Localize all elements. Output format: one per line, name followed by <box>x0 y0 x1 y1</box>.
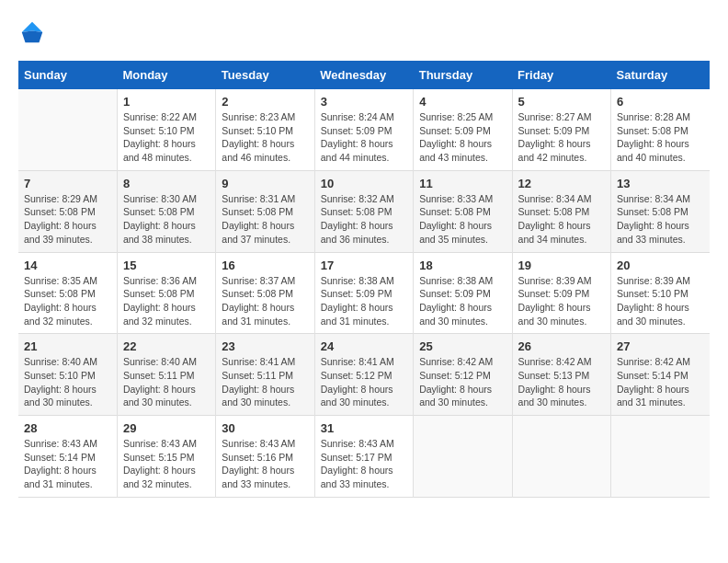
day-info: Sunrise: 8:43 AM Sunset: 5:17 PM Dayligh… <box>321 437 407 491</box>
calendar-week-row: 21Sunrise: 8:40 AM Sunset: 5:10 PM Dayli… <box>18 334 710 416</box>
day-info: Sunrise: 8:35 AM Sunset: 5:08 PM Dayligh… <box>24 274 111 328</box>
calendar-cell: 2Sunrise: 8:23 AM Sunset: 5:10 PM Daylig… <box>216 89 314 170</box>
day-number: 30 <box>222 421 308 435</box>
day-number: 4 <box>419 95 506 109</box>
day-info: Sunrise: 8:42 AM Sunset: 5:12 PM Dayligh… <box>419 355 506 409</box>
calendar-cell: 1Sunrise: 8:22 AM Sunset: 5:10 PM Daylig… <box>117 89 215 170</box>
day-number: 20 <box>617 259 704 272</box>
day-number: 1 <box>123 95 210 109</box>
day-number: 2 <box>222 95 308 109</box>
calendar-cell: 12Sunrise: 8:34 AM Sunset: 5:08 PM Dayli… <box>512 170 610 252</box>
calendar-cell: 15Sunrise: 8:36 AM Sunset: 5:08 PM Dayli… <box>117 252 215 334</box>
day-info: Sunrise: 8:37 AM Sunset: 5:08 PM Dayligh… <box>222 274 308 328</box>
calendar-cell: 10Sunrise: 8:32 AM Sunset: 5:08 PM Dayli… <box>314 170 413 252</box>
calendar-cell: 27Sunrise: 8:42 AM Sunset: 5:14 PM Dayli… <box>611 334 710 416</box>
calendar-cell: 25Sunrise: 8:42 AM Sunset: 5:12 PM Dayli… <box>414 334 512 416</box>
day-info: Sunrise: 8:39 AM Sunset: 5:09 PM Dayligh… <box>518 274 605 328</box>
day-info: Sunrise: 8:22 AM Sunset: 5:10 PM Dayligh… <box>123 110 210 165</box>
calendar-cell: 3Sunrise: 8:24 AM Sunset: 5:09 PM Daylig… <box>314 89 413 170</box>
day-number: 7 <box>24 177 111 190</box>
column-header-tuesday: Tuesday <box>216 61 314 89</box>
day-number: 29 <box>123 421 210 435</box>
page-header <box>18 18 710 46</box>
day-info: Sunrise: 8:28 AM Sunset: 5:08 PM Dayligh… <box>617 110 704 165</box>
day-number: 28 <box>24 421 111 435</box>
calendar-cell: 20Sunrise: 8:39 AM Sunset: 5:10 PM Dayli… <box>611 252 710 334</box>
day-number: 27 <box>617 339 704 353</box>
svg-marker-1 <box>22 31 43 43</box>
day-info: Sunrise: 8:32 AM Sunset: 5:08 PM Dayligh… <box>321 192 407 247</box>
calendar-table: SundayMondayTuesdayWednesdayThursdayFrid… <box>18 61 710 498</box>
calendar-cell: 9Sunrise: 8:31 AM Sunset: 5:08 PM Daylig… <box>216 170 314 252</box>
day-info: Sunrise: 8:25 AM Sunset: 5:09 PM Dayligh… <box>419 110 506 165</box>
day-number: 31 <box>321 421 407 435</box>
day-info: Sunrise: 8:38 AM Sunset: 5:09 PM Dayligh… <box>321 274 407 328</box>
day-info: Sunrise: 8:41 AM Sunset: 5:12 PM Dayligh… <box>321 355 407 409</box>
calendar-cell: 17Sunrise: 8:38 AM Sunset: 5:09 PM Dayli… <box>314 252 413 334</box>
day-info: Sunrise: 8:33 AM Sunset: 5:08 PM Dayligh… <box>419 192 506 247</box>
day-info: Sunrise: 8:43 AM Sunset: 5:15 PM Dayligh… <box>123 437 210 491</box>
day-info: Sunrise: 8:36 AM Sunset: 5:08 PM Dayligh… <box>123 274 210 328</box>
calendar-header: SundayMondayTuesdayWednesdayThursdayFrid… <box>18 61 710 89</box>
day-info: Sunrise: 8:40 AM Sunset: 5:11 PM Dayligh… <box>123 355 210 409</box>
day-number: 11 <box>419 177 506 190</box>
day-number: 19 <box>518 259 605 272</box>
calendar-cell: 4Sunrise: 8:25 AM Sunset: 5:09 PM Daylig… <box>414 89 512 170</box>
day-number: 12 <box>518 177 605 190</box>
calendar-week-row: 7Sunrise: 8:29 AM Sunset: 5:08 PM Daylig… <box>18 170 710 252</box>
calendar-cell <box>611 416 710 498</box>
day-info: Sunrise: 8:39 AM Sunset: 5:10 PM Dayligh… <box>617 274 704 328</box>
day-info: Sunrise: 8:41 AM Sunset: 5:11 PM Dayligh… <box>222 355 308 409</box>
day-number: 24 <box>321 339 407 353</box>
calendar-cell: 31Sunrise: 8:43 AM Sunset: 5:17 PM Dayli… <box>314 416 413 498</box>
day-info: Sunrise: 8:27 AM Sunset: 5:09 PM Dayligh… <box>518 110 605 165</box>
day-number: 5 <box>518 95 605 109</box>
logo <box>18 18 50 46</box>
calendar-week-row: 1Sunrise: 8:22 AM Sunset: 5:10 PM Daylig… <box>18 89 710 170</box>
calendar-cell: 22Sunrise: 8:40 AM Sunset: 5:11 PM Dayli… <box>117 334 215 416</box>
day-number: 16 <box>222 259 308 272</box>
day-number: 9 <box>222 177 308 190</box>
day-number: 25 <box>419 339 506 353</box>
day-info: Sunrise: 8:38 AM Sunset: 5:09 PM Dayligh… <box>419 274 506 328</box>
day-number: 17 <box>321 259 407 272</box>
day-info: Sunrise: 8:34 AM Sunset: 5:08 PM Dayligh… <box>617 192 704 247</box>
svg-marker-0 <box>22 22 43 32</box>
day-number: 22 <box>123 339 210 353</box>
logo-icon <box>18 18 46 46</box>
day-number: 10 <box>321 177 407 190</box>
day-number: 13 <box>617 177 704 190</box>
calendar-cell: 5Sunrise: 8:27 AM Sunset: 5:09 PM Daylig… <box>512 89 610 170</box>
calendar-cell: 26Sunrise: 8:42 AM Sunset: 5:13 PM Dayli… <box>512 334 610 416</box>
column-header-saturday: Saturday <box>611 61 710 89</box>
calendar-cell: 16Sunrise: 8:37 AM Sunset: 5:08 PM Dayli… <box>216 252 314 334</box>
day-number: 15 <box>123 259 210 272</box>
calendar-cell: 21Sunrise: 8:40 AM Sunset: 5:10 PM Dayli… <box>18 334 117 416</box>
day-number: 26 <box>518 339 605 353</box>
day-number: 18 <box>419 259 506 272</box>
day-info: Sunrise: 8:31 AM Sunset: 5:08 PM Dayligh… <box>222 192 308 247</box>
calendar-cell: 23Sunrise: 8:41 AM Sunset: 5:11 PM Dayli… <box>216 334 314 416</box>
calendar-cell: 29Sunrise: 8:43 AM Sunset: 5:15 PM Dayli… <box>117 416 215 498</box>
day-number: 23 <box>222 339 308 353</box>
day-number: 6 <box>617 95 704 109</box>
calendar-cell: 28Sunrise: 8:43 AM Sunset: 5:14 PM Dayli… <box>18 416 117 498</box>
day-number: 8 <box>123 177 210 190</box>
calendar-cell: 18Sunrise: 8:38 AM Sunset: 5:09 PM Dayli… <box>414 252 512 334</box>
day-number: 3 <box>321 95 407 109</box>
column-header-friday: Friday <box>512 61 610 89</box>
calendar-cell: 7Sunrise: 8:29 AM Sunset: 5:08 PM Daylig… <box>18 170 117 252</box>
day-info: Sunrise: 8:43 AM Sunset: 5:14 PM Dayligh… <box>24 437 111 491</box>
calendar-cell <box>18 89 117 170</box>
day-info: Sunrise: 8:42 AM Sunset: 5:13 PM Dayligh… <box>518 355 605 409</box>
calendar-cell <box>512 416 610 498</box>
calendar-cell: 14Sunrise: 8:35 AM Sunset: 5:08 PM Dayli… <box>18 252 117 334</box>
calendar-week-row: 28Sunrise: 8:43 AM Sunset: 5:14 PM Dayli… <box>18 416 710 498</box>
day-info: Sunrise: 8:43 AM Sunset: 5:16 PM Dayligh… <box>222 437 308 491</box>
calendar-cell: 11Sunrise: 8:33 AM Sunset: 5:08 PM Dayli… <box>414 170 512 252</box>
day-number: 21 <box>24 339 111 353</box>
day-info: Sunrise: 8:30 AM Sunset: 5:08 PM Dayligh… <box>123 192 210 247</box>
day-info: Sunrise: 8:40 AM Sunset: 5:10 PM Dayligh… <box>24 355 111 409</box>
day-info: Sunrise: 8:23 AM Sunset: 5:10 PM Dayligh… <box>222 110 308 165</box>
calendar-cell: 30Sunrise: 8:43 AM Sunset: 5:16 PM Dayli… <box>216 416 314 498</box>
